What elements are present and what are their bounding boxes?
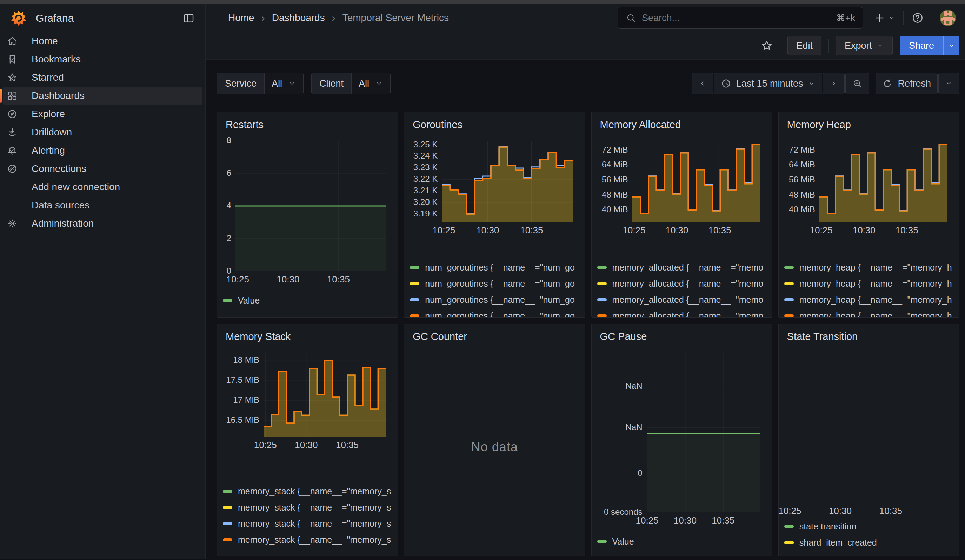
divider	[780, 39, 780, 53]
export-button[interactable]: Export	[836, 36, 893, 55]
breadcrumb-home[interactable]: Home	[228, 12, 254, 23]
legend-item[interactable]: memory_stack {__name__="memory_s	[223, 516, 392, 532]
grafana-logo-icon[interactable]	[10, 10, 27, 26]
panel-memory-heap: Memory Heap72 MiB64 MiB56 MiB48 MiB40 Mi…	[778, 112, 959, 318]
legend-label: shard_item_created	[799, 537, 877, 548]
time-forward-button[interactable]	[823, 73, 845, 95]
active-accent-bar	[0, 89, 2, 103]
panel-title[interactable]: State Transition	[787, 330, 954, 343]
sidebar-item-connections[interactable]: Connections	[3, 160, 203, 178]
search-input-wrap[interactable]: ⌘+k	[618, 7, 863, 29]
y-axis-tick: NaN	[597, 381, 643, 391]
chevron-up-icon[interactable]	[7, 164, 195, 173]
breadcrumb-dashboards[interactable]: Dashboards	[272, 12, 325, 23]
sidebar-item-add-new-connection[interactable]: Add new connection	[3, 178, 203, 196]
legend-item[interactable]: num_goroutines {__name__="num_go	[410, 292, 579, 308]
sidebar-item-explore[interactable]: Explore	[3, 105, 203, 123]
panel-memory-stack: Memory Stack18 MiB17.5 MiB17 MiB16.5 MiB…	[217, 323, 398, 557]
star-dashboard-icon[interactable]	[761, 39, 773, 52]
sidebar-item-administration[interactable]: Administration	[3, 214, 203, 233]
sidebar-menu: HomeBookmarksStarredDashboardsExploreDri…	[0, 32, 205, 233]
legend-label: memory_stack {__name__="memory_s	[238, 519, 391, 529]
filter-service[interactable]: ServiceAll	[217, 73, 304, 95]
refresh-icon	[882, 78, 893, 89]
plot-area[interactable]: NaNNaN00 seconds	[597, 353, 766, 512]
sidebar-item-drilldown[interactable]: Drilldown	[3, 123, 203, 141]
refresh-interval-button[interactable]	[938, 73, 959, 95]
chevron-down-icon[interactable]	[7, 146, 195, 155]
legend-label: num_goroutines {__name__="num_go	[425, 295, 575, 305]
legend-item[interactable]: num_goroutines {__name__="num_go	[410, 308, 579, 318]
share-button[interactable]: Share	[900, 36, 943, 55]
chevron-down-icon[interactable]	[7, 128, 195, 137]
y-axis-tick: 17 MiB	[223, 395, 259, 405]
legend-item[interactable]: Value	[597, 533, 766, 550]
legend-chip	[223, 299, 232, 302]
plot-area[interactable]: 3.25 K3.24 K3.23 K3.22 K3.21 K3.20 K3.19…	[410, 141, 579, 222]
panel-title[interactable]: GC Counter	[413, 330, 579, 343]
legend-item[interactable]: memory_heap {__name__="memory_h	[784, 259, 954, 276]
legend-item[interactable]: memory_heap {__name__="memory_h	[784, 292, 954, 308]
panel-title[interactable]: Memory Allocated	[600, 118, 766, 132]
panel-title[interactable]: GC Pause	[600, 330, 766, 343]
x-axis-tick: 10:25	[254, 440, 277, 451]
legend-item[interactable]: memory_allocated {__name__="memo	[597, 292, 766, 308]
legend-item[interactable]: memory_stack {__name__="memory_s	[223, 483, 392, 499]
time-back-button[interactable]	[692, 73, 713, 95]
help-icon[interactable]	[911, 11, 924, 24]
y-axis: 18 MiB17.5 MiB17 MiB16.5 MiB	[223, 353, 263, 437]
plot-area[interactable]: 72 MiB64 MiB56 MiB48 MiB40 MiB	[784, 141, 954, 222]
panel-title[interactable]: Memory Heap	[787, 118, 954, 132]
search-input[interactable]	[642, 13, 836, 23]
panel-title[interactable]: Goroutines	[413, 118, 579, 132]
chevron-down-icon[interactable]	[7, 219, 195, 228]
legend: memory_stack {__name__="memory_smemory_s…	[223, 483, 392, 548]
share-button-label: Share	[909, 40, 934, 51]
legend-item[interactable]: num_goroutines {__name__="num_go	[410, 259, 579, 276]
plot-area[interactable]: 72 MiB64 MiB56 MiB48 MiB40 MiB	[597, 141, 766, 222]
sidebar-item-dashboards[interactable]: Dashboards	[3, 87, 203, 105]
legend-item[interactable]: shard_item_created	[784, 534, 954, 550]
os-titlebar	[0, 0, 965, 4]
sidebar-item-starred[interactable]: Starred	[3, 69, 203, 87]
time-range-picker[interactable]: Last 15 minutes	[714, 73, 823, 95]
filter-value-dropdown[interactable]: All	[265, 73, 303, 94]
y-axis-tick: 64 MiB	[784, 160, 815, 170]
plot-area[interactable]: 86420	[223, 141, 392, 271]
chevron-down-icon[interactable]	[7, 55, 195, 64]
panel-title[interactable]: Memory Stack	[226, 330, 392, 343]
legend-item[interactable]: memory_allocated {__name__="memo	[597, 259, 766, 276]
chevron-down-icon	[808, 80, 816, 87]
panel-title[interactable]: Restarts	[226, 118, 392, 132]
x-axis-tick: 10:25	[432, 225, 455, 236]
edit-button[interactable]: Edit	[787, 36, 821, 55]
legend-item[interactable]: memory_stack {__name__="memory_s	[223, 532, 392, 548]
sidebar-item-home[interactable]: Home	[3, 32, 203, 50]
sidebar-toggle-icon[interactable]	[183, 12, 195, 24]
legend-item[interactable]: memory_allocated {__name__="memo	[597, 276, 766, 292]
legend-item[interactable]: memory_heap {__name__="memory_h	[784, 308, 954, 318]
legend-item[interactable]: state transition	[784, 518, 954, 534]
chevron-down-icon[interactable]	[7, 73, 195, 82]
legend-item[interactable]: memory_stack {__name__="memory_s	[223, 499, 392, 516]
filter-client[interactable]: ClientAll	[311, 73, 391, 95]
plot-area[interactable]	[784, 353, 954, 503]
add-new-button[interactable]	[874, 12, 896, 24]
legend-item[interactable]: Value	[223, 292, 392, 309]
share-dropdown-button[interactable]	[943, 36, 959, 55]
legend-item[interactable]: num_goroutines {__name__="num_go	[410, 276, 579, 292]
chevron-down-icon[interactable]	[7, 91, 195, 100]
x-axis: 10:2510:3010:35	[597, 512, 766, 525]
refresh-button[interactable]: Refresh	[875, 73, 938, 95]
sidebar-item-data-sources[interactable]: Data sources	[3, 196, 203, 214]
sidebar-item-bookmarks[interactable]: Bookmarks	[3, 50, 203, 69]
filter-value-dropdown[interactable]: All	[352, 73, 390, 94]
legend-item[interactable]: memory_heap {__name__="memory_h	[784, 276, 954, 292]
avatar[interactable]	[940, 10, 956, 26]
legend-item[interactable]: memory_allocated {__name__="memo	[597, 308, 766, 318]
zoom-out-button[interactable]	[846, 73, 869, 95]
y-axis-tick: 40 MiB	[597, 204, 628, 214]
y-axis-tick: 3.19 K	[410, 209, 438, 219]
sidebar-item-alerting[interactable]: Alerting	[3, 141, 203, 160]
plot-area[interactable]: 18 MiB17.5 MiB17 MiB16.5 MiB	[223, 353, 392, 437]
